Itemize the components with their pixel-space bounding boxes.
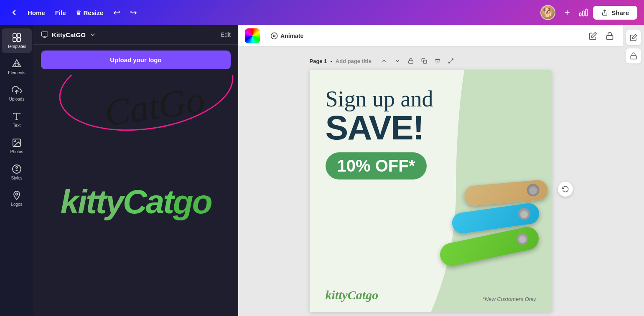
collar-image-area xyxy=(431,174,552,275)
lock-button[interactable] xyxy=(603,29,616,43)
svg-rect-0 xyxy=(586,9,588,16)
sign-up-text: Sign up and xyxy=(326,87,433,111)
uploads-icon xyxy=(12,85,22,95)
page-container: Page 1 - Add page title xyxy=(310,55,552,308)
svg-rect-4 xyxy=(17,34,20,37)
svg-rect-24 xyxy=(423,60,427,63)
color-swatch-button[interactable] xyxy=(245,28,260,43)
svg-point-15 xyxy=(16,193,18,195)
page-expand-button[interactable] xyxy=(445,55,457,67)
svg-point-19 xyxy=(271,33,277,39)
sidebar-item-templates[interactable]: Templates xyxy=(2,28,32,53)
svg-rect-23 xyxy=(408,61,413,63)
avatar[interactable]: 🐕 xyxy=(540,5,555,20)
rotate-handle[interactable] xyxy=(558,182,573,197)
svg-rect-1 xyxy=(583,11,584,16)
sidebar: Templates Elements Uploads Text xyxy=(0,25,33,316)
svg-line-25 xyxy=(451,59,453,61)
nav-left: Home File ♛ Resize ↩ ↪ xyxy=(7,5,537,20)
expand-icon xyxy=(448,58,454,64)
svg-point-20 xyxy=(273,35,275,37)
styles-icon xyxy=(12,164,22,174)
svg-point-13 xyxy=(13,165,21,173)
back-button[interactable] xyxy=(7,5,22,20)
share-button[interactable]: Share xyxy=(593,6,637,20)
chevron-down-small-icon xyxy=(395,58,400,64)
main-layout: Templates Elements Uploads Text xyxy=(0,25,644,316)
save-text: SAVE! xyxy=(326,111,433,144)
avatar-image: 🐕 xyxy=(541,6,555,19)
design-card[interactable]: Sign up and SAVE! 10% OFF* xyxy=(310,70,552,312)
svg-rect-16 xyxy=(42,32,48,36)
page-label-bar: Page 1 - Add page title xyxy=(310,55,552,67)
chevron-down-icon xyxy=(89,31,97,38)
svg-rect-5 xyxy=(13,38,16,41)
resize-button[interactable]: ♛ Resize xyxy=(72,7,108,19)
svg-rect-28 xyxy=(631,56,636,59)
sidebar-item-styles[interactable]: Styles xyxy=(2,160,32,185)
page-move-down-button[interactable] xyxy=(392,55,403,67)
file-button[interactable]: File xyxy=(51,7,70,19)
footer-logo: kittyCatgo xyxy=(326,288,379,302)
design-text-block: Sign up and SAVE! 10% OFF* xyxy=(326,87,433,179)
sidebar-item-elements[interactable]: Elements xyxy=(2,55,32,79)
home-button[interactable]: Home xyxy=(23,7,49,19)
toolbar-right xyxy=(586,29,616,43)
page-actions xyxy=(378,55,457,67)
page-lock-button[interactable] xyxy=(405,55,417,67)
photos-icon xyxy=(12,138,22,148)
sidebar-item-uploads[interactable]: Uploads xyxy=(2,81,32,106)
rotate-icon xyxy=(562,185,569,193)
sidebar-item-text[interactable]: Text xyxy=(2,107,32,132)
right-lock-button[interactable] xyxy=(626,48,641,63)
lock-icon xyxy=(606,32,614,40)
duplicate-icon xyxy=(421,58,427,64)
redo-button[interactable]: ↪ xyxy=(126,5,141,20)
edit-button[interactable]: Edit xyxy=(221,31,231,38)
animate-icon xyxy=(270,32,278,40)
right-toolbar xyxy=(623,25,644,316)
logo-display: CatGo kittyCatgo xyxy=(33,75,238,316)
elements-icon xyxy=(12,59,22,69)
page-delete-button[interactable] xyxy=(432,55,443,67)
sidebar-item-photos[interactable]: Photos xyxy=(2,134,32,158)
templates-icon xyxy=(12,33,22,43)
right-paint-button[interactable] xyxy=(626,30,641,45)
paint-tool-button[interactable] xyxy=(586,29,600,43)
brand-icon xyxy=(41,31,48,38)
collar-green xyxy=(438,225,540,268)
svg-rect-6 xyxy=(17,38,20,41)
logos-icon xyxy=(12,190,22,200)
add-collaborator-button[interactable]: + xyxy=(560,6,574,19)
brand-logo-area: CatGo kittyCatgo xyxy=(33,75,238,316)
sidebar-item-logos[interactable]: Logos xyxy=(2,186,32,211)
logo-green-text: kittyCatgo xyxy=(60,183,211,221)
svg-line-26 xyxy=(448,61,450,63)
brand-header: KittyCatGO Edit xyxy=(33,25,238,45)
upload-logo-button[interactable]: Upload your logo xyxy=(41,51,231,69)
undo-button[interactable]: ↩ xyxy=(109,5,124,20)
canvas-toolbar: Animate xyxy=(238,25,623,47)
logo-script-overlay: CatGo xyxy=(102,81,207,132)
off-badge: 10% OFF* xyxy=(326,152,427,179)
buckle-green xyxy=(515,232,529,246)
svg-marker-27 xyxy=(632,35,637,39)
page-duplicate-button[interactable] xyxy=(418,55,430,67)
trash-icon xyxy=(435,58,440,64)
design-footer: kittyCatgo *New Customers Only xyxy=(326,288,536,302)
canvas-scroll[interactable]: Page 1 - Add page title xyxy=(238,47,623,316)
svg-rect-22 xyxy=(607,35,613,39)
chart-button[interactable] xyxy=(579,8,588,17)
svg-rect-3 xyxy=(13,34,16,37)
divider xyxy=(265,30,265,42)
brand-panel: KittyCatGO Edit Upload your logo CatGo k… xyxy=(33,25,238,316)
svg-marker-21 xyxy=(592,32,597,37)
top-navigation: Home File ♛ Resize ↩ ↪ 🐕 + Share xyxy=(0,0,644,25)
animate-button[interactable]: Animate xyxy=(270,32,303,40)
svg-rect-2 xyxy=(580,13,581,16)
page-move-up-button[interactable] xyxy=(378,55,390,67)
text-icon xyxy=(12,111,22,121)
collar-tan xyxy=(463,179,548,206)
right-lock-icon xyxy=(630,52,637,60)
svg-point-14 xyxy=(16,167,18,168)
